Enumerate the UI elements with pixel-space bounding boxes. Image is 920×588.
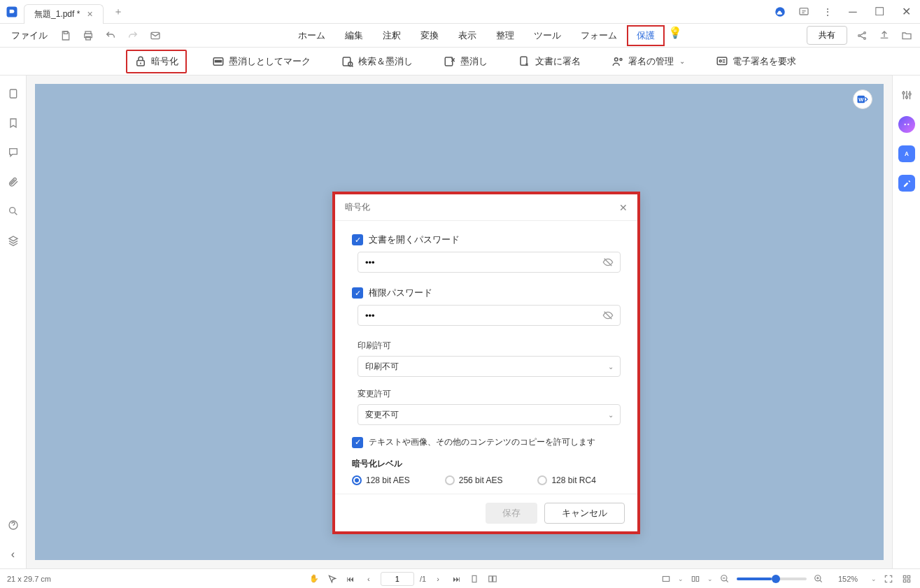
- upload-icon[interactable]: [877, 28, 892, 43]
- chevron-down-icon[interactable]: ⌄: [707, 575, 713, 582]
- change-permission-select[interactable]: 変更不可: [358, 404, 621, 425]
- redo-icon[interactable]: [125, 27, 141, 44]
- close-tab-icon[interactable]: ×: [87, 8, 92, 20]
- search-icon[interactable]: [6, 204, 20, 218]
- tab-form[interactable]: フォーム: [571, 25, 627, 46]
- search-redact-button[interactable]: 検索＆墨消し: [336, 52, 418, 71]
- share-link-icon[interactable]: [854, 28, 870, 43]
- save-button[interactable]: 保存: [486, 503, 537, 524]
- more-icon[interactable]: ⋮: [818, 2, 837, 22]
- radio-icon: [537, 475, 547, 485]
- layers-icon[interactable]: [6, 234, 20, 248]
- svg-point-23: [9, 208, 15, 213]
- enc-128aes-radio[interactable]: 128 bit AES: [352, 475, 410, 485]
- request-esign-label: 電子署名を要求: [733, 55, 796, 68]
- sign-doc-button[interactable]: 文書に署名: [513, 52, 586, 71]
- undo-icon[interactable]: [102, 27, 119, 44]
- fit-width-icon[interactable]: [660, 573, 672, 585]
- cancel-button[interactable]: キャンセル: [544, 503, 625, 524]
- chat-icon[interactable]: [794, 2, 814, 22]
- cloud-icon[interactable]: [770, 2, 790, 22]
- collapse-sidebar-icon[interactable]: ‹: [6, 547, 20, 561]
- save-icon[interactable]: [57, 27, 74, 44]
- svg-rect-2: [800, 8, 808, 14]
- svg-point-27: [903, 92, 905, 94]
- request-esign-button[interactable]: 電子署名を要求: [710, 52, 802, 71]
- tab-home[interactable]: ホーム: [288, 25, 335, 46]
- lightbulb-icon[interactable]: 💡: [667, 25, 683, 41]
- file-menu[interactable]: ファイル: [6, 27, 53, 45]
- convert-word-badge[interactable]: W: [853, 89, 872, 109]
- settings-icon[interactable]: [898, 87, 915, 103]
- tab-comment[interactable]: 注釈: [373, 25, 411, 46]
- help-icon[interactable]: [6, 518, 20, 532]
- chevron-down-icon[interactable]: ⌄: [678, 575, 684, 582]
- tab-organize[interactable]: 整理: [486, 25, 524, 46]
- read-mode-icon[interactable]: [689, 573, 702, 585]
- translate-icon[interactable]: A: [898, 145, 915, 162]
- enc-128rc4-radio[interactable]: 128 bit RC4: [537, 475, 595, 485]
- chevron-down-icon: ⌄: [608, 363, 614, 371]
- eye-icon[interactable]: [602, 310, 614, 321]
- tab-title: 無題_1.pdf *: [34, 8, 80, 20]
- titlebar: 無題_1.pdf * × ＋ ⋮ ─ ☐ ✕: [0, 0, 920, 24]
- thumbnails-view-icon[interactable]: [900, 573, 913, 585]
- print-permission-label: 印刷許可: [358, 340, 621, 352]
- statusbar: 21 x 29.7 cm ✋ ⏮ ‹ /1 › ⏭ ⌄ ⌄ 152% ⌄: [0, 568, 920, 588]
- minimize-button[interactable]: ─: [842, 2, 864, 22]
- hand-tool-icon[interactable]: ✋: [308, 573, 320, 585]
- open-password-input[interactable]: [358, 252, 621, 273]
- add-tab-button[interactable]: ＋: [109, 3, 127, 21]
- svg-point-29: [909, 93, 911, 95]
- document-tab[interactable]: 無題_1.pdf * ×: [24, 4, 104, 24]
- fullscreen-icon[interactable]: [882, 573, 895, 585]
- right-sidebar: A: [892, 76, 920, 568]
- tab-protect[interactable]: 保護: [627, 25, 665, 46]
- tab-convert[interactable]: 変換: [411, 25, 448, 46]
- eye-icon[interactable]: [602, 257, 614, 268]
- print-icon[interactable]: [80, 27, 97, 44]
- zoom-out-icon[interactable]: [719, 573, 731, 585]
- first-page-icon[interactable]: ⏮: [344, 573, 357, 585]
- close-window-button[interactable]: ✕: [895, 2, 917, 22]
- svg-point-18: [615, 57, 618, 61]
- folder-icon[interactable]: [899, 28, 914, 43]
- permission-password-input[interactable]: [358, 305, 621, 326]
- enc-256aes-radio[interactable]: 256 bit AES: [445, 475, 503, 485]
- maximize-button[interactable]: ☐: [868, 2, 891, 22]
- comments-icon[interactable]: [6, 145, 20, 159]
- tab-edit[interactable]: 編集: [335, 25, 373, 46]
- tab-tools[interactable]: ツール: [524, 25, 571, 46]
- zoom-in-icon[interactable]: [812, 573, 825, 585]
- search-redact-icon: [341, 55, 354, 68]
- apply-redact-label: 墨消し: [460, 55, 488, 68]
- prev-page-icon[interactable]: ‹: [362, 573, 375, 585]
- print-permission-select[interactable]: 印刷不可: [358, 356, 621, 377]
- dialog-close-button[interactable]: ✕: [619, 202, 628, 213]
- fill-sign-icon[interactable]: [898, 175, 915, 192]
- single-page-icon[interactable]: [468, 573, 481, 585]
- mark-redact-button[interactable]: 墨消しとしてマーク: [206, 52, 316, 71]
- allow-copy-checkbox[interactable]: ✓: [352, 437, 363, 448]
- bookmarks-icon[interactable]: [6, 116, 20, 130]
- last-page-icon[interactable]: ⏭: [450, 573, 462, 585]
- open-password-label: 文書を開くパスワード: [369, 234, 460, 246]
- share-button[interactable]: 共有: [807, 26, 847, 45]
- zoom-slider[interactable]: [737, 578, 807, 580]
- page-number-input[interactable]: [381, 572, 414, 586]
- permission-password-checkbox[interactable]: ✓: [352, 287, 363, 299]
- manage-sig-button[interactable]: 署名の管理 ⌄: [606, 52, 691, 71]
- mail-icon[interactable]: [147, 27, 164, 44]
- apply-redact-button[interactable]: 墨消し: [438, 52, 493, 71]
- svg-text:W: W: [858, 96, 864, 103]
- next-page-icon[interactable]: ›: [432, 573, 444, 585]
- attachments-icon[interactable]: [6, 175, 20, 189]
- two-page-icon[interactable]: [486, 573, 499, 585]
- chevron-down-icon[interactable]: ⌄: [871, 575, 877, 582]
- open-password-checkbox[interactable]: ✓: [352, 234, 363, 245]
- thumbnails-icon[interactable]: [6, 87, 20, 101]
- select-tool-icon[interactable]: [326, 573, 339, 585]
- ai-assistant-icon[interactable]: [898, 116, 915, 133]
- encrypt-button[interactable]: 暗号化: [126, 50, 187, 73]
- tab-view[interactable]: 表示: [448, 25, 486, 46]
